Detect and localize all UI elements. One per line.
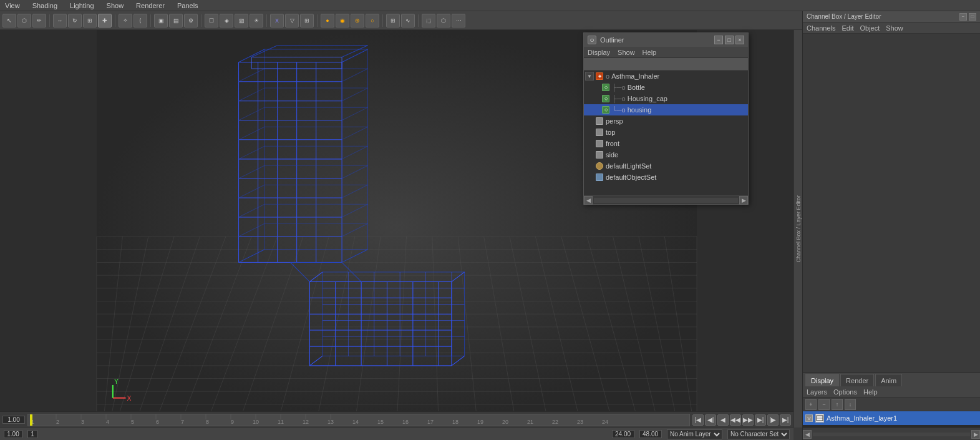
layer-opt-layers[interactable]: Layers <box>807 388 827 396</box>
outliner-minimize-btn[interactable]: − <box>714 36 723 44</box>
light-btn[interactable]: ☀ <box>250 14 263 27</box>
outliner-item-persp[interactable]: persp <box>584 115 748 127</box>
outliner-titlebar[interactable]: O Outliner − □ × <box>584 33 748 47</box>
outliner-item-housing[interactable]: ◇ └─o housing <box>584 104 748 115</box>
outliner-hscroll-left-btn[interactable]: ◀ <box>584 196 593 205</box>
universal-manip-btn[interactable]: ✚ <box>98 14 112 27</box>
next-frame-btn[interactable]: |▶ <box>767 414 779 426</box>
timeline-ruler[interactable]: 1 2 3 4 5 6 7 8 9 10 11 12 13 14 15 16 1… <box>27 414 690 426</box>
outliner-menu-show[interactable]: Show <box>618 49 635 56</box>
layer-scroll-left-btn[interactable]: ◀ <box>803 430 812 439</box>
snap-grid-btn[interactable]: ⊞ <box>386 14 400 27</box>
range-end-left-display[interactable]: 24.00 <box>612 430 634 438</box>
circles2-btn[interactable]: ◉ <box>336 14 349 27</box>
paint-tool-btn[interactable]: ✏ <box>32 14 46 27</box>
prev-frame-btn[interactable]: ◀| <box>705 414 716 426</box>
menu-view[interactable]: View <box>2 2 22 9</box>
layer-visibility-toggle[interactable]: V <box>805 414 813 422</box>
menu-shading[interactable]: Shading <box>30 2 60 9</box>
move-tool-btn[interactable]: ↔ <box>53 14 67 27</box>
outliner-label-front: front <box>606 140 619 147</box>
next-key-btn[interactable]: ▶| <box>755 414 766 426</box>
rotate-tool-btn[interactable]: ↻ <box>68 14 82 27</box>
menu-renderer[interactable]: Renderer <box>133 2 167 9</box>
soft-mod-btn[interactable]: ⟡ <box>119 14 132 27</box>
outliner-item-top[interactable]: top <box>584 127 748 138</box>
cb-menu-channels[interactable]: Channels <box>807 24 835 32</box>
outliner-hscroll-track[interactable] <box>594 198 738 203</box>
prev-key-btn[interactable]: ◀ <box>717 414 729 426</box>
svg-text:15: 15 <box>377 419 384 425</box>
texture-btn[interactable]: ▨ <box>235 14 248 27</box>
playback-speed-display[interactable]: 1.00 <box>4 430 22 438</box>
expand-toggle[interactable]: ▼ <box>585 72 594 81</box>
outliner-item-bottle[interactable]: ◇ ├─o Bottle <box>584 82 748 93</box>
outliner-item-default-light-set[interactable]: defaultLightSet <box>584 160 748 172</box>
layer-move-up-btn[interactable]: ↑ <box>832 399 843 410</box>
anim-layer-select[interactable]: No Anim Layer <box>667 429 722 439</box>
circles3-btn[interactable]: ⊕ <box>351 14 364 27</box>
svg-text:2: 2 <box>56 419 59 425</box>
menu-show[interactable]: Show <box>104 2 127 9</box>
outliner-menu-help[interactable]: Help <box>643 49 657 56</box>
go-end-btn[interactable]: ▶| <box>780 414 791 426</box>
cb-menu-show[interactable]: Show <box>886 24 903 32</box>
layer-move-down-btn[interactable]: ↓ <box>845 399 856 410</box>
play-backward-btn[interactable]: ◀◀ <box>730 414 741 426</box>
current-frame-display[interactable]: 1.00 <box>2 416 25 424</box>
outliner-menu-display[interactable]: Display <box>588 49 610 56</box>
outliner-item-asthma-inhaler[interactable]: ▼ ◈ o Asthma_Inhaler <box>584 71 748 82</box>
outliner-item-front[interactable]: front <box>584 138 748 149</box>
outliner-hscroll-right-btn[interactable]: ▶ <box>739 196 748 205</box>
svg-text:11: 11 <box>278 419 284 425</box>
layer-tab-display[interactable]: Display <box>805 374 839 386</box>
channel-box-float-btn[interactable]: □ <box>969 13 976 21</box>
layer-scroll-right-btn[interactable]: ▶ <box>971 430 980 439</box>
outliner-close-btn[interactable]: × <box>735 36 744 44</box>
play-forward-btn[interactable]: ▶▶ <box>742 414 754 426</box>
layer-opt-help[interactable]: Help <box>863 388 878 396</box>
menu-panels[interactable]: Panels <box>175 2 201 9</box>
history-btn[interactable]: ⟨ <box>133 14 147 27</box>
channel-box-minimize-btn[interactable]: − <box>959 13 967 21</box>
smooth-shade-btn[interactable]: ◈ <box>220 14 233 27</box>
cb-menu-object[interactable]: Object <box>860 24 880 32</box>
circles-btn[interactable]: ● <box>321 14 334 27</box>
render-cam-btn[interactable]: ⬡ <box>437 14 450 27</box>
xray-btn[interactable]: X <box>270 14 284 27</box>
outliner-item-default-object-set[interactable]: defaultObjectSet <box>584 172 748 183</box>
ipr-btn[interactable]: ▤ <box>169 14 183 27</box>
wireframe-btn[interactable]: ☐ <box>205 14 218 27</box>
camera-btn[interactable]: ⬚ <box>422 14 435 27</box>
scale-tool-btn[interactable]: ⊞ <box>83 14 97 27</box>
cb-menu-edit[interactable]: Edit <box>842 24 853 32</box>
select-tool-btn[interactable]: ↖ <box>2 14 16 27</box>
outliner-restore-btn[interactable]: □ <box>725 36 734 44</box>
layer-tab-anim[interactable]: Anim <box>875 374 902 386</box>
go-start-btn[interactable]: |◀ <box>692 414 704 426</box>
iso-lines-btn[interactable]: ⊞ <box>300 14 314 27</box>
outliner-item-side[interactable]: side <box>584 149 748 160</box>
joints-btn[interactable]: ▽ <box>285 14 299 27</box>
snap-curve-btn[interactable]: ∿ <box>401 14 415 27</box>
layer-tab-render[interactable]: Render <box>840 374 874 386</box>
lasso-tool-btn[interactable]: ⬡ <box>17 14 31 27</box>
layer-row-asthma-inhaler[interactable]: V Asthma_Inhaler_layer1 <box>803 411 980 425</box>
char-set-select[interactable]: No Character Set <box>727 429 790 439</box>
range-end-right-display[interactable]: 48.00 <box>639 430 662 438</box>
render-settings-btn[interactable]: ⚙ <box>184 14 198 27</box>
layer-scroll-track[interactable] <box>813 433 970 436</box>
layer-opt-options[interactable]: Options <box>833 388 857 396</box>
layer-delete-btn[interactable]: − <box>818 399 830 410</box>
circles4-btn[interactable]: ○ <box>366 14 379 27</box>
menu-lighting[interactable]: Lighting <box>67 2 97 9</box>
camera-icon-front <box>595 139 604 148</box>
frame-number-display[interactable]: 1 <box>27 430 37 438</box>
outliner-item-housing-cap[interactable]: ◇ ├─o Housing_cap <box>584 93 748 104</box>
render-view-btn[interactable]: ▣ <box>154 14 168 27</box>
channel-box-strip-label[interactable]: Channel Box / Layer Editor <box>795 193 802 265</box>
layer-editor-tabs: Display Render Anim <box>803 373 980 386</box>
layer-new-btn[interactable]: + <box>805 399 817 410</box>
input-ops-btn[interactable]: ⋯ <box>452 14 465 27</box>
outliner-search-input[interactable] <box>586 61 745 68</box>
